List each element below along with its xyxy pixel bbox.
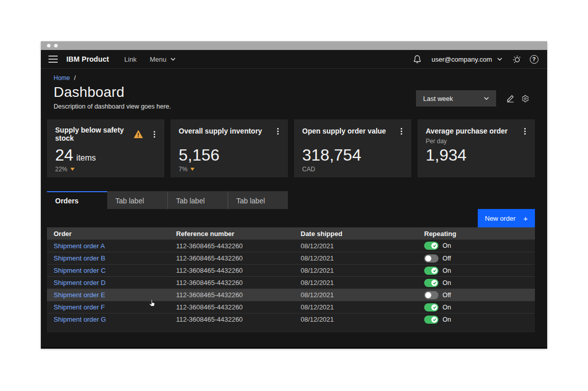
overflow-menu-icon[interactable] [148,129,160,139]
chevron-down-icon [484,97,489,100]
toggle-knob [431,243,437,249]
table-row[interactable]: Shipment order G 112-3608465-4432260 08/… [47,313,535,325]
repeating-toggle[interactable] [424,291,438,299]
breadcrumb-home-link[interactable]: Home [54,74,70,82]
table-row[interactable]: Shipment order A 112-3608465-4432260 08/… [47,240,535,252]
tab-orders[interactable]: Orders [47,191,107,209]
reference-cell: 112-3608465-4432260 [169,242,294,250]
new-order-button[interactable]: New order + [478,209,535,227]
table-body: Shipment order A 112-3608465-4432260 08/… [47,240,535,325]
table-row[interactable]: Shipment order E 112-3608465-4432260 08/… [47,289,535,301]
edit-button[interactable] [503,91,518,106]
metric-card-overall-inventory: Overall supply inventory 5,156 7% [170,119,288,177]
overflow-menu-icon[interactable] [395,126,407,136]
card-value: 318,754 [302,146,361,165]
window-dot[interactable] [47,44,51,47]
header-link[interactable]: Link [125,56,137,63]
column-header-order[interactable]: Order [47,230,169,238]
repeating-toggle[interactable] [424,254,438,263]
toggle-knob [425,292,431,298]
hamburger-icon [48,56,58,63]
caret-down-icon [70,168,75,171]
pencil-icon [506,94,514,102]
metric-card-supply-below: Supply below safety stock 24 items 22% [47,119,164,177]
card-title: Overall supply inventory [179,127,272,135]
date-cell: 08/12/2021 [294,291,418,299]
gear-icon [521,94,529,103]
order-link[interactable]: Shipment order C [54,267,106,274]
card-subtitle: Per day [426,138,531,145]
metric-card-average-purchase: Average purchase order Per day 1,934 [418,119,535,177]
header-menu-button[interactable]: Menu [150,56,176,63]
card-title: Supply below safety stock [55,126,134,142]
card-title: Open supply order value [302,127,395,135]
metric-cards-row: Supply below safety stock 24 items 22% [47,119,535,177]
repeating-toggle[interactable] [424,242,438,250]
toggle-knob [431,268,437,274]
settings-button[interactable] [518,91,532,106]
chevron-down-icon [497,58,502,61]
order-link[interactable]: Shipment order B [54,254,105,262]
caret-down-icon [190,168,194,171]
repeating-toggle[interactable] [424,303,438,311]
app-surface: IBM Product Link Menu user@company.com [41,50,547,349]
tab-label-3[interactable]: Tab label [228,191,288,209]
plus-icon: + [523,214,528,223]
order-link[interactable]: Shipment order E [54,291,105,299]
window-chrome [41,41,547,50]
notifications-button[interactable] [410,52,425,66]
table-row[interactable]: Shipment order D 112-3608465-4432260 08/… [47,276,535,289]
app-window: IBM Product Link Menu user@company.com [41,41,547,349]
reference-cell: 112-3608465-4432260 [169,267,294,274]
date-cell: 08/12/2021 [294,267,418,274]
repeating-toggle[interactable] [424,316,438,324]
help-icon: ? [530,55,538,64]
order-link[interactable]: Shipment order D [54,279,106,286]
light-awake-icon [512,55,521,64]
help-button[interactable]: ? [527,52,541,66]
date-cell: 08/12/2021 [294,279,418,286]
card-value: 5,156 [179,146,219,165]
top-header: IBM Product Link Menu user@company.com [41,50,547,69]
order-link[interactable]: Shipment order F [54,303,105,311]
column-header-date[interactable]: Date shipped [294,230,418,238]
warning-icon [134,130,143,138]
repeating-toggle[interactable] [424,267,438,275]
table-row[interactable]: Shipment order C 112-3608465-4432260 08/… [47,264,535,276]
order-link[interactable]: Shipment order G [54,316,106,323]
column-header-repeating[interactable]: Repeating [418,230,535,238]
chevron-down-icon [170,58,176,61]
page-controls: Last week [416,90,532,107]
tab-label-2[interactable]: Tab label [167,191,228,209]
metric-card-open-order-value: Open supply order value 318,754 CAD [294,119,411,177]
table-toolbar: New order + [47,209,535,227]
date-cell: 08/12/2021 [294,303,418,311]
table-row[interactable]: Shipment order B 112-3608465-4432260 08/… [47,252,535,264]
hamburger-menu-button[interactable] [46,52,60,66]
card-unit: CAD [302,166,315,173]
repeating-toggle[interactable] [424,279,438,287]
window-dot[interactable] [54,44,58,47]
table-row[interactable]: Shipment order F 112-3608465-4432260 08/… [47,301,535,313]
time-range-dropdown[interactable]: Last week [416,90,496,107]
breadcrumb: Home / [54,74,535,82]
toggle-state-label: On [443,279,451,286]
user-menu-button[interactable]: user@company.com [432,56,502,63]
tab-bar: Orders Tab label Tab label Tab label [47,191,535,209]
column-header-reference[interactable]: Reference number [169,230,294,238]
overflow-menu-icon[interactable] [272,126,284,136]
overflow-menu-icon[interactable] [519,126,531,136]
time-range-value: Last week [423,95,453,102]
tab-label-1[interactable]: Tab label [107,191,167,209]
reference-cell: 112-3608465-4432260 [169,303,294,311]
card-value: 1,934 [426,146,467,165]
card-delta: 7% [179,166,187,173]
breadcrumb-separator: / [74,74,76,82]
toggle-state-label: On [443,242,451,249]
reference-cell: 112-3608465-4432260 [169,254,294,262]
reference-cell: 112-3608465-4432260 [169,279,294,286]
toggle-state-label: Off [443,292,451,299]
order-link[interactable]: Shipment order A [54,242,105,250]
theme-toggle-button[interactable] [509,52,524,66]
toggle-state-label: On [443,304,451,311]
